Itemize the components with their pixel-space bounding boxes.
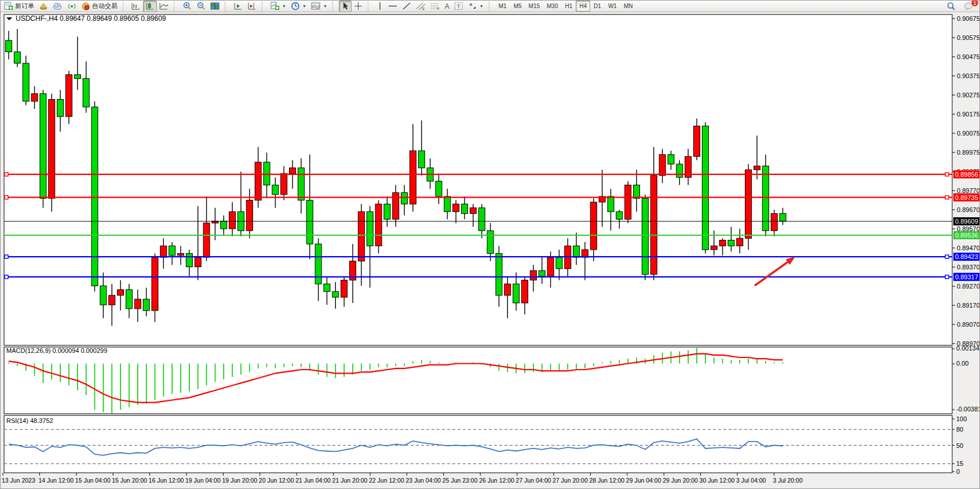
text-tool-button[interactable]: A	[443, 1, 452, 12]
svg-text:0.89423: 0.89423	[955, 253, 978, 260]
candle-body	[677, 164, 683, 177]
candle-body	[711, 246, 717, 250]
line-handle[interactable]	[5, 255, 8, 258]
svg-text:27 Jun 20:00: 27 Jun 20:00	[553, 477, 588, 484]
candle-body	[281, 174, 287, 195]
channel-tool-button[interactable]: E	[414, 1, 428, 12]
candle-body	[152, 257, 158, 311]
trendline-tool-button[interactable]	[400, 1, 414, 12]
line-chart-icon	[159, 2, 169, 10]
rsi-panel[interactable]	[4, 415, 952, 473]
candle-body	[40, 94, 46, 199]
tf-m30-button[interactable]: M30	[543, 1, 561, 12]
toolbar-separator	[262, 2, 266, 11]
candle-body	[83, 78, 89, 107]
templates-button[interactable]: ▼	[309, 1, 330, 12]
tf-m5-button[interactable]: M5	[510, 1, 525, 12]
cloud-button[interactable]	[50, 1, 65, 12]
signal-button[interactable]	[65, 1, 79, 12]
candle-body	[496, 254, 502, 295]
candle-body	[719, 240, 726, 246]
candle-body	[74, 75, 81, 79]
tf-h4-button[interactable]: H4	[576, 1, 590, 12]
candle-body	[556, 257, 562, 269]
dropdown-caret: ▼	[323, 4, 327, 8]
svg-text:16 Jun 12:00: 16 Jun 12:00	[149, 477, 184, 484]
indicators-button[interactable]: ▼	[268, 1, 288, 12]
toolbar-separator	[225, 2, 229, 11]
line-handle[interactable]	[945, 196, 949, 199]
candle-body	[453, 204, 459, 211]
gold-icon	[39, 2, 48, 10]
candle-body	[23, 63, 29, 101]
tf-m1-button[interactable]: M1	[495, 1, 510, 12]
chart-area[interactable]: 0.906750.905750.904750.903750.902750.901…	[1, 1, 980, 489]
vertical-line-tool-button[interactable]	[374, 1, 386, 12]
toolbar-separator	[489, 2, 493, 11]
rsi-label: RSI(14) 48.3752	[6, 417, 53, 424]
dropdown-caret: ▼	[302, 4, 306, 8]
candle-body	[126, 290, 132, 309]
tf-d1-button[interactable]: D1	[590, 1, 605, 12]
cursor-tool-button[interactable]	[339, 1, 352, 12]
svg-text:21 Jun 04:00: 21 Jun 04:00	[295, 477, 331, 484]
candle-body	[315, 244, 321, 284]
tf-w1-button[interactable]: W1	[605, 1, 620, 12]
chart-shift-button[interactable]	[245, 1, 259, 12]
search-button[interactable]	[944, 1, 958, 12]
candle-body	[401, 192, 408, 204]
svg-text:25 Jun 23:00: 25 Jun 23:00	[443, 477, 478, 484]
bar-chart-type-button[interactable]	[129, 1, 143, 12]
svg-text:15: 15	[956, 460, 963, 467]
tf-m15-button[interactable]: M15	[525, 1, 543, 12]
periods-button[interactable]: ▼	[288, 1, 309, 12]
tf-mn-button[interactable]: MN	[620, 1, 637, 12]
auto-trading-button[interactable]: 自动交易	[79, 1, 120, 12]
line-handle[interactable]	[5, 173, 8, 176]
svg-text:0.89270: 0.89270	[957, 283, 980, 290]
market-watch-button[interactable]	[36, 1, 50, 12]
svg-text:22 Jun 12:00: 22 Jun 12:00	[369, 477, 404, 484]
candle-body	[143, 299, 149, 311]
candle-body	[444, 196, 451, 211]
arrows-tool-button[interactable]: ▼	[466, 1, 486, 12]
candle-body	[513, 284, 520, 303]
tile-windows-button[interactable]	[208, 1, 222, 12]
line-handle[interactable]	[5, 196, 8, 199]
crosshair-tool-button[interactable]	[352, 1, 365, 12]
templates-icon	[311, 2, 321, 10]
svg-text:0.90475: 0.90475	[957, 53, 980, 60]
candle-body	[92, 107, 98, 286]
auto-scroll-button[interactable]	[231, 1, 245, 12]
line-chart-type-button[interactable]	[157, 1, 171, 12]
line-handle[interactable]	[945, 255, 949, 258]
line-handle[interactable]	[945, 275, 949, 279]
candle-body	[358, 211, 364, 261]
horizontal-line-tool-button[interactable]	[386, 1, 400, 12]
svg-text:21 Jun 20:00: 21 Jun 20:00	[332, 477, 368, 484]
line-handle[interactable]	[5, 275, 8, 279]
cursor-icon	[341, 2, 349, 10]
svg-text:0.90575: 0.90575	[957, 34, 980, 41]
svg-text:0.89536: 0.89536	[955, 232, 978, 239]
candle-body	[522, 280, 528, 302]
macd-label: MACD(12,26,9) 0.000094 0.000299	[6, 347, 107, 354]
new-order-button[interactable]: 新订单	[2, 1, 36, 12]
cloud-icon	[53, 2, 63, 10]
svg-text:29 Jun 04:00: 29 Jun 04:00	[626, 477, 661, 484]
svg-text:15 Jun 04:00: 15 Jun 04:00	[75, 477, 111, 484]
chart-title: USDCHF-,H4 0.89647 0.89649 0.89605 0.896…	[6, 14, 166, 23]
candle-body	[547, 257, 554, 276]
fibonacci-tool-button[interactable]: F	[428, 1, 443, 12]
tf-h1-button[interactable]: H1	[561, 1, 576, 12]
line-handle[interactable]	[945, 173, 949, 176]
candle-body	[659, 155, 665, 176]
svg-text:0.89070: 0.89070	[957, 321, 980, 328]
candle-body	[393, 192, 399, 219]
candle-body	[470, 208, 476, 214]
label-tool-button[interactable]: T	[452, 1, 466, 12]
notifications-button[interactable]: 1	[961, 1, 976, 12]
zoom-in-button[interactable]	[180, 1, 194, 12]
zoom-out-button[interactable]	[194, 1, 208, 12]
candlestick-chart-type-button[interactable]	[143, 1, 157, 12]
